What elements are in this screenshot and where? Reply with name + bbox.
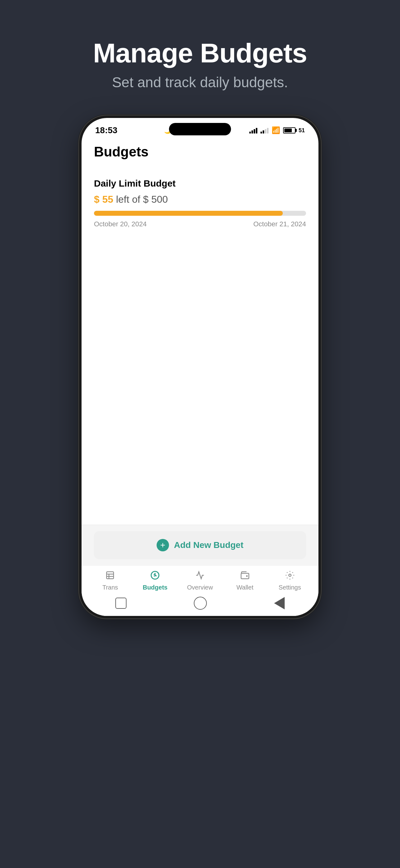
settings-nav-icon <box>285 570 295 582</box>
signal-bar <box>252 130 253 133</box>
wallet-nav-label: Wallet <box>236 584 253 591</box>
signal-bar <box>267 128 269 133</box>
budget-start-date: October 20, 2024 <box>94 220 147 228</box>
bottom-nav: Trans $ Budgets <box>81 565 319 594</box>
nav-item-wallet[interactable]: Wallet <box>222 570 267 591</box>
nav-item-settings[interactable]: Settings <box>267 570 312 591</box>
home-square-button[interactable] <box>115 598 127 609</box>
nav-item-overview[interactable]: Overview <box>178 570 223 591</box>
overview-nav-icon <box>195 570 205 582</box>
page-header: Manage Budgets Set and track daily budge… <box>93 37 307 91</box>
wifi-icon: 📶 <box>272 126 280 134</box>
signal-bars-1 <box>249 127 257 133</box>
add-budget-section: + Add New Budget <box>81 525 319 565</box>
phone-screen: 18:53 🌙 🔕 ⏰ 👻 <box>81 118 319 616</box>
battery-percent: 51 <box>299 127 305 134</box>
app-header: Budgets <box>94 144 306 160</box>
progress-bar-fill <box>94 211 283 216</box>
settings-nav-label: Settings <box>278 584 301 591</box>
budget-amount: $ 55 left of $ 500 <box>94 194 306 205</box>
budgets-title: Budgets <box>94 144 306 160</box>
svg-point-8 <box>289 574 291 577</box>
status-right-icons: 📶 51 <box>249 126 305 134</box>
trans-nav-label: Trans <box>102 584 118 591</box>
wallet-nav-icon <box>240 570 249 582</box>
budget-card: Daily Limit Budget $ 55 left of $ 500 Oc… <box>94 169 306 238</box>
budgets-nav-icon: $ <box>151 570 160 582</box>
svg-text:$: $ <box>154 573 156 578</box>
signal-bar <box>263 130 264 133</box>
dynamic-island <box>169 123 231 135</box>
add-budget-label: Add New Budget <box>174 540 243 550</box>
budget-card-title: Daily Limit Budget <box>94 178 306 189</box>
home-circle-button[interactable] <box>194 597 207 610</box>
budget-end-date: October 21, 2024 <box>253 220 306 228</box>
signal-bar <box>249 132 251 133</box>
svg-point-7 <box>246 576 247 577</box>
battery-fill <box>284 128 292 132</box>
signal-bar <box>261 132 262 133</box>
signal-bar <box>265 129 266 133</box>
nav-item-trans[interactable]: Trans <box>88 570 133 591</box>
page-subtitle: Set and track daily budgets. <box>93 74 307 91</box>
budgets-nav-label: Budgets <box>143 584 167 591</box>
svg-rect-0 <box>107 572 114 579</box>
page-title: Manage Budgets <box>93 37 307 69</box>
status-time: 18:53 <box>95 125 118 135</box>
home-back-button[interactable] <box>274 597 285 610</box>
budget-dates: October 20, 2024 October 21, 2024 <box>94 220 306 228</box>
progress-bar-container <box>94 211 306 216</box>
add-budget-icon: + <box>157 539 169 551</box>
trans-nav-icon <box>105 570 115 582</box>
nav-item-budgets[interactable]: $ Budgets <box>133 570 178 591</box>
signal-bars-2 <box>261 127 269 133</box>
signal-bar <box>256 128 257 133</box>
home-indicator-bar <box>81 594 319 616</box>
app-content: Budgets Daily Limit Budget $ 55 left of … <box>81 138 319 525</box>
add-budget-button[interactable]: + Add New Budget <box>94 531 306 559</box>
phone-frame: 18:53 🌙 🔕 ⏰ 👻 <box>79 116 321 618</box>
signal-bar <box>254 129 255 133</box>
overview-nav-label: Overview <box>187 584 213 591</box>
battery-icon <box>283 127 296 133</box>
